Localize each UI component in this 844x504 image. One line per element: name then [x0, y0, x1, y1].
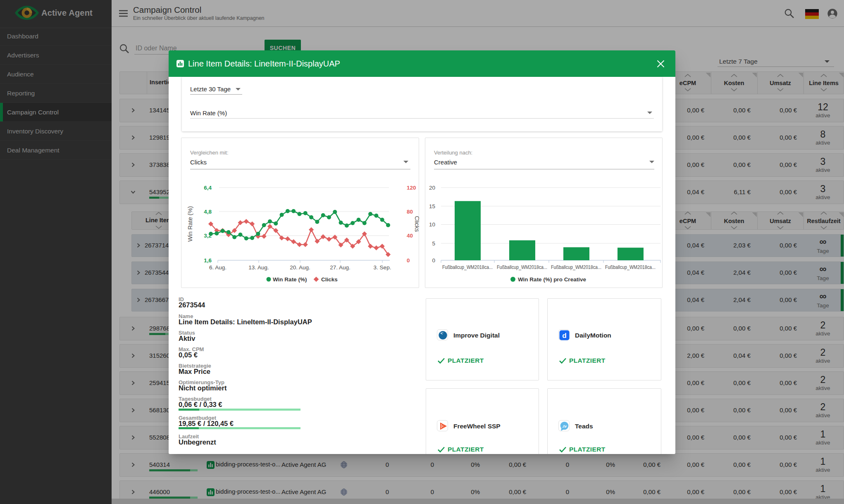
- svg-text:27. Aug.: 27. Aug.: [330, 264, 350, 271]
- svg-text:15: 15: [429, 203, 435, 209]
- svg-text:20. Aug.: 20. Aug.: [290, 264, 310, 271]
- svg-text:Win Rate (%): Win Rate (%): [187, 206, 193, 242]
- svg-text:13. Aug.: 13. Aug.: [248, 264, 269, 271]
- svg-text:Win Rate (%) pro Creative: Win Rate (%) pro Creative: [518, 276, 586, 283]
- svg-text:3. Sep.: 3. Sep.: [374, 264, 391, 271]
- svg-text:5: 5: [432, 240, 435, 247]
- svg-text:6,4: 6,4: [204, 185, 212, 191]
- svg-text:80: 80: [407, 209, 413, 215]
- svg-text:Fußballcup_WM2018ca...: Fußballcup_WM2018ca...: [442, 264, 493, 270]
- svg-text:d: d: [562, 332, 566, 340]
- svg-text:Fußballcup_WM2018ca...: Fußballcup_WM2018ca...: [605, 264, 656, 270]
- svg-text:120: 120: [407, 185, 416, 191]
- svg-text:0: 0: [432, 257, 435, 264]
- svg-text:Fußballcup_WM2018ca...: Fußballcup_WM2018ca...: [497, 264, 547, 270]
- svg-text:40: 40: [407, 233, 413, 239]
- svg-text:20: 20: [429, 185, 435, 191]
- svg-text:1,6: 1,6: [204, 257, 212, 264]
- svg-text:Fußballcup_WM2018ca...: Fußballcup_WM2018ca...: [551, 264, 601, 270]
- svg-text:10: 10: [429, 221, 435, 228]
- svg-text:Clicks: Clicks: [321, 276, 338, 283]
- svg-text:Clicks: Clicks: [414, 216, 419, 232]
- svg-text:Win Rate (%): Win Rate (%): [273, 276, 307, 283]
- svg-text:4,8: 4,8: [204, 209, 212, 215]
- svg-text:6. Aug.: 6. Aug.: [209, 264, 226, 271]
- svg-text:.tv: .tv: [562, 424, 567, 428]
- svg-text:0: 0: [407, 257, 410, 264]
